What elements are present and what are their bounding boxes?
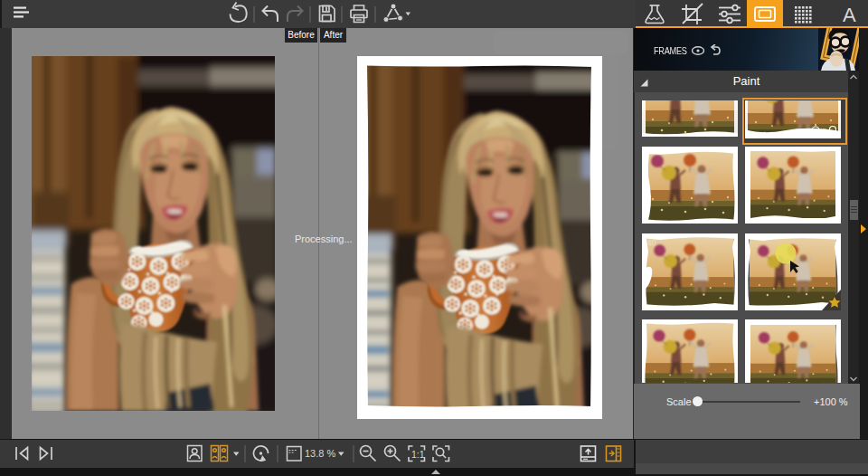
- svg-text:13.8 %: 13.8 %: [305, 448, 335, 459]
- svg-text:A: A: [843, 4, 856, 26]
- svg-text:40: 40: [646, 238, 656, 248]
- svg-text:1:1: 1:1: [411, 449, 425, 460]
